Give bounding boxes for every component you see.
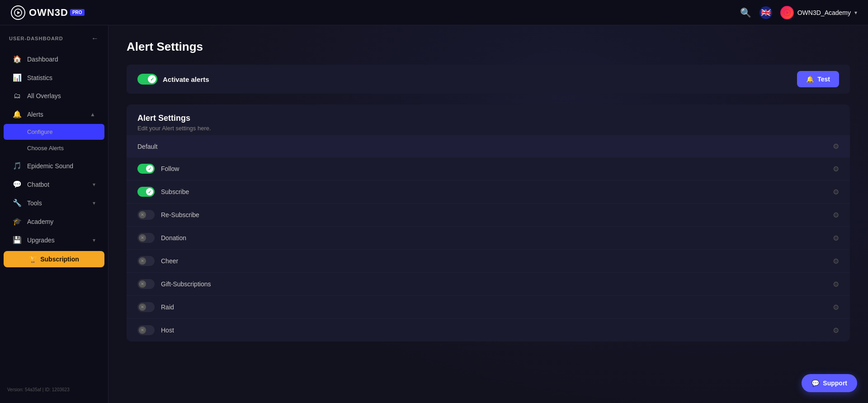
toggle-knob — [148, 75, 156, 83]
logo: OWN3D PRO — [11, 5, 85, 20]
toggle-cheer[interactable] — [137, 256, 155, 266]
toggle-host[interactable] — [137, 325, 155, 335]
alert-row-left: Donation — [137, 233, 186, 243]
subscription-icon: 🏆 — [29, 256, 37, 263]
alert-donation-label: Donation — [161, 234, 186, 242]
alert-settings-card: Alert Settings Edit your Alert settings … — [127, 104, 850, 341]
toggle-gift-subscriptions[interactable] — [137, 279, 155, 289]
gear-icon-default[interactable]: ⚙ — [833, 142, 839, 151]
page-title: Alert Settings — [127, 40, 850, 54]
sidebar-item-dashboard[interactable]: 🏠 Dashboard — [4, 50, 104, 68]
user-name: OWN3D_Academy — [797, 9, 851, 16]
alert-row-left: Default — [137, 143, 157, 150]
sidebar-item-tools[interactable]: 🔧 Tools ▾ — [4, 194, 104, 212]
toggle-knob — [139, 303, 146, 311]
chevron-up-icon: ▲ — [90, 111, 95, 118]
sidebar-item-label: Chatbot — [27, 181, 49, 188]
alert-row-left: Follow — [137, 164, 179, 174]
alert-gift-subscriptions-label: Gift-Subscriptions — [161, 280, 211, 288]
sidebar-item-chatbot[interactable]: 💬 Chatbot ▾ — [4, 175, 104, 193]
dashboard-icon: 🏠 — [13, 55, 22, 63]
gear-icon-follow[interactable]: ⚙ — [833, 165, 839, 173]
gear-icon-host[interactable]: ⚙ — [833, 326, 839, 335]
svg-marker-3 — [786, 11, 789, 14]
alert-row-host: Host ⚙ — [127, 318, 850, 341]
logo-text: OWN3D — [29, 7, 68, 19]
epidemic-sound-icon: 🎵 — [13, 161, 22, 170]
toggle-subscribe[interactable] — [137, 187, 155, 197]
sidebar-item-upgrades[interactable]: 💾 Upgrades ▾ — [4, 231, 104, 249]
alert-row-left: Cheer — [137, 256, 178, 266]
upgrades-icon: 💾 — [13, 236, 22, 244]
card-header: Alert Settings Edit your Alert settings … — [127, 104, 850, 135]
logo-pro-badge: PRO — [70, 9, 85, 16]
support-icon: 💬 — [811, 379, 819, 387]
gear-icon-subscribe[interactable]: ⚙ — [833, 188, 839, 196]
subscription-button[interactable]: 🏆 Subscription — [4, 251, 104, 267]
card-title: Alert Settings — [137, 114, 839, 123]
sidebar-footer: Version: 54a35af | ID: 1203623 — [0, 382, 108, 398]
collapse-sidebar-icon[interactable]: ← — [91, 34, 99, 43]
sidebar-item-choose-alerts[interactable]: Choose Alerts — [4, 140, 104, 156]
gear-icon-resubscribe[interactable]: ⚙ — [833, 211, 839, 219]
activate-left: Activate alerts — [137, 74, 209, 85]
statistics-icon: 📊 — [13, 73, 22, 82]
toggle-knob — [146, 188, 153, 195]
chevron-down-icon: ▾ — [93, 181, 95, 188]
alert-row-subscribe: Subscribe ⚙ — [127, 180, 850, 203]
sidebar-item-statistics[interactable]: 📊 Statistics — [4, 69, 104, 86]
alert-subscribe-label: Subscribe — [161, 188, 189, 195]
gear-icon-donation[interactable]: ⚙ — [833, 234, 839, 242]
configure-label: Configure — [27, 128, 52, 135]
activate-alerts-toggle[interactable] — [137, 74, 157, 85]
support-label: Support — [823, 379, 847, 387]
toggle-resubscribe[interactable] — [137, 210, 155, 220]
sidebar-item-label: All Overlays — [27, 92, 61, 100]
gear-icon-cheer[interactable]: ⚙ — [833, 257, 839, 266]
test-button[interactable]: 🔔 Test — [797, 71, 839, 87]
alert-default-label: Default — [137, 143, 157, 150]
sidebar-item-configure[interactable]: Configure — [4, 124, 104, 140]
alert-row-follow: Follow ⚙ — [127, 157, 850, 180]
alerts-icon: 🔔 — [13, 110, 22, 119]
tools-icon: 🔧 — [13, 199, 22, 207]
alert-row-resubscribe: Re-Subscribe ⚙ — [127, 203, 850, 226]
toggle-knob — [139, 257, 146, 265]
user-menu-button[interactable]: OWN3D_Academy ▾ — [780, 6, 857, 19]
activate-alerts-bar: Activate alerts 🔔 Test — [127, 65, 850, 94]
sidebar-item-alerts[interactable]: 🔔 Alerts ▲ — [4, 105, 104, 123]
svg-marker-1 — [17, 11, 20, 14]
chatbot-icon: 💬 — [13, 180, 22, 189]
language-flag[interactable]: 🇬🇧 — [760, 6, 772, 19]
sidebar-item-all-overlays[interactable]: 🗂 All Overlays — [4, 87, 104, 104]
layout: USER-DASHBOARD ← 🏠 Dashboard 📊 Statistic… — [0, 25, 868, 403]
alert-row-left: Re-Subscribe — [137, 210, 199, 220]
sidebar-header: USER-DASHBOARD ← — [0, 31, 108, 50]
gear-icon-gift-subscriptions[interactable]: ⚙ — [833, 280, 839, 289]
toggle-donation[interactable] — [137, 233, 155, 243]
sidebar-item-epidemic-sound[interactable]: 🎵 Epidemic Sound — [4, 157, 104, 175]
alert-row-left: Host — [137, 325, 174, 335]
toggle-knob — [139, 327, 146, 334]
support-button[interactable]: 💬 Support — [802, 374, 857, 392]
alert-row-raid: Raid ⚙ — [127, 295, 850, 318]
logo-icon — [11, 5, 25, 20]
alerts-subnav: Configure Choose Alerts — [0, 123, 108, 156]
search-icon[interactable]: 🔍 — [740, 7, 751, 18]
alert-row-gift-subscriptions: Gift-Subscriptions ⚙ — [127, 272, 850, 295]
alert-row-cheer: Cheer ⚙ — [127, 249, 850, 272]
toggle-knob — [139, 211, 146, 218]
chevron-down-icon: ▾ — [93, 200, 95, 206]
toggle-raid[interactable] — [137, 302, 155, 312]
sidebar-item-academy[interactable]: 🎓 Academy — [4, 213, 104, 230]
sidebar-item-label: Upgrades — [27, 237, 55, 244]
gear-icon-raid[interactable]: ⚙ — [833, 303, 839, 312]
sidebar-item-label: Academy — [27, 218, 53, 225]
toggle-follow[interactable] — [137, 164, 155, 174]
card-subtitle: Edit your Alert settings here. — [137, 125, 839, 132]
alert-follow-label: Follow — [161, 165, 179, 172]
alert-raid-label: Raid — [161, 303, 174, 311]
academy-icon: 🎓 — [13, 217, 22, 226]
alert-host-label: Host — [161, 327, 174, 334]
toggle-knob — [139, 280, 146, 288]
